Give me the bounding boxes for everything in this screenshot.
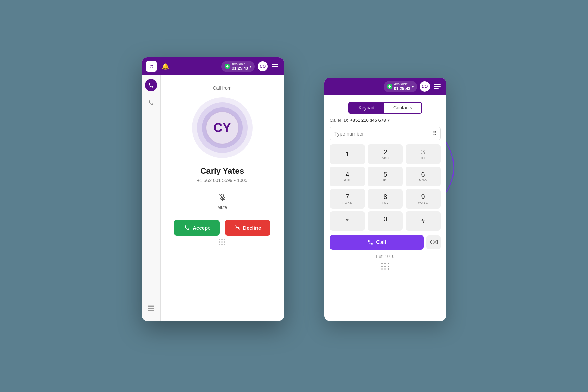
bell-icon: 🔔 — [162, 63, 169, 70]
call-content: Call from CY Carly Yates +1 562 001 5599… — [161, 75, 284, 321]
call-phone-icon — [367, 239, 373, 245]
menu-icon-back[interactable] — [433, 83, 442, 90]
mute-section: Mute — [217, 193, 227, 210]
status-text-front: Available 01:25:43 — [232, 62, 248, 71]
phone-icon — [148, 82, 154, 88]
caller-name: Carly Yates — [200, 166, 244, 176]
app-logo: :t — [146, 61, 157, 72]
dial-key-6[interactable]: 6MNO — [406, 167, 441, 186]
call-label: Call — [376, 239, 386, 245]
call-row: Call ⌫ — [330, 235, 441, 250]
dial-key-*[interactable]: * — [330, 211, 365, 231]
chevron-down-front-icon: ▾ — [250, 65, 251, 68]
dot-inner-front — [226, 65, 229, 68]
dial-key-#[interactable]: # — [406, 211, 441, 231]
menu-icon-front[interactable] — [270, 63, 280, 70]
keypad-window: Available 01:25:43 ▾ CO Keypad Contacts … — [324, 78, 446, 321]
caller-avatar: CY — [205, 111, 239, 145]
avatar-rings: CY — [192, 97, 253, 158]
mute-icon[interactable] — [218, 193, 226, 203]
dial-key-8[interactable]: 8TUV — [368, 189, 403, 209]
front-sidebar — [142, 75, 160, 321]
status-time-back: 01:25:43 — [394, 86, 410, 91]
accept-label: Accept — [193, 225, 210, 231]
decline-button[interactable]: Decline — [225, 220, 271, 236]
status-pill-front[interactable]: Available 01:25:43 ▾ — [221, 61, 255, 72]
dial-grid: 12ABC3DEF4GHI5JKL6MNO7PQRS8TUV9WXYZ*0+# — [330, 144, 441, 231]
call-actions: Accept Decline — [167, 220, 277, 236]
dial-key-7[interactable]: 7PQRS — [330, 189, 365, 209]
sidebar-item-grid[interactable] — [145, 302, 157, 314]
number-input-row: ⠿ — [330, 127, 441, 140]
dial-key-2[interactable]: 2ABC — [368, 144, 403, 164]
dial-pad-toggle-btn[interactable]: ⠿ — [429, 127, 440, 140]
caller-number: +1 562 001 5599 • 1005 — [197, 178, 247, 183]
keypad-topbar: Available 01:25:43 ▾ CO — [324, 78, 446, 95]
keypad-content: Keypad Contacts Caller ID: +351 210 345 … — [324, 95, 446, 321]
decline-phone-icon — [234, 225, 240, 231]
number-input[interactable] — [330, 127, 429, 140]
status-pill-back[interactable]: Available 01:25:43 ▾ — [384, 81, 417, 92]
backspace-button[interactable]: ⌫ — [426, 235, 441, 249]
decline-label: Decline — [243, 225, 261, 231]
tab-keypad[interactable]: Keypad — [349, 103, 384, 113]
microphone-off-icon — [218, 193, 226, 201]
main-body: Call from CY Carly Yates +1 562 001 5599… — [142, 75, 284, 321]
avatar-front[interactable]: CO — [258, 61, 268, 71]
dial-key-1[interactable]: 1 — [330, 144, 365, 164]
mute-label: Mute — [217, 205, 227, 210]
dial-key-3[interactable]: 3DEF — [406, 144, 441, 164]
chevron-down-icon: ▾ — [412, 85, 414, 89]
ext-label: Ext: 1010 — [330, 254, 441, 259]
dot-inner — [388, 85, 391, 88]
call-button[interactable]: Call — [330, 235, 424, 250]
avatar-initials: CY — [213, 121, 231, 135]
caller-id-chevron[interactable]: ▾ — [388, 118, 390, 123]
available-label-back: Available — [394, 82, 408, 86]
call-from-label: Call from — [213, 85, 231, 91]
sidebar-item-phone[interactable] — [145, 79, 157, 91]
sidebar-item-settings[interactable] — [145, 97, 157, 109]
accept-phone-icon — [184, 225, 190, 231]
dial-key-0[interactable]: 0+ — [368, 211, 403, 231]
caller-id-number: +351 210 345 678 — [350, 118, 386, 123]
tab-contacts[interactable]: Contacts — [384, 103, 421, 113]
bottom-grid-dots-front — [219, 239, 226, 245]
dial-key-5[interactable]: 5JKL — [368, 167, 403, 186]
status-time-front: 01:25:43 — [232, 66, 248, 71]
incoming-call-window: :t 🔔 Available 01:25:43 ▾ CO — [142, 57, 284, 321]
available-dot — [387, 84, 392, 89]
dial-key-4[interactable]: 4GHI — [330, 167, 365, 186]
available-dot-front — [225, 64, 230, 69]
avatar-back[interactable]: CO — [420, 81, 430, 92]
bottom-grid-dots-back — [381, 263, 389, 270]
available-label-front: Available — [232, 62, 245, 66]
status-text: Available 01:25:43 — [394, 82, 410, 91]
accept-button[interactable]: Accept — [174, 220, 220, 236]
incoming-call-topbar: :t 🔔 Available 01:25:43 ▾ CO — [142, 57, 284, 75]
dial-key-9[interactable]: 9WXYZ — [406, 189, 441, 209]
caller-id-label: Caller ID: — [330, 118, 348, 123]
settings-icon — [148, 100, 154, 106]
keypad-tabs: Keypad Contacts — [348, 102, 422, 114]
caller-id-row: Caller ID: +351 210 345 678 ▾ — [330, 118, 441, 123]
